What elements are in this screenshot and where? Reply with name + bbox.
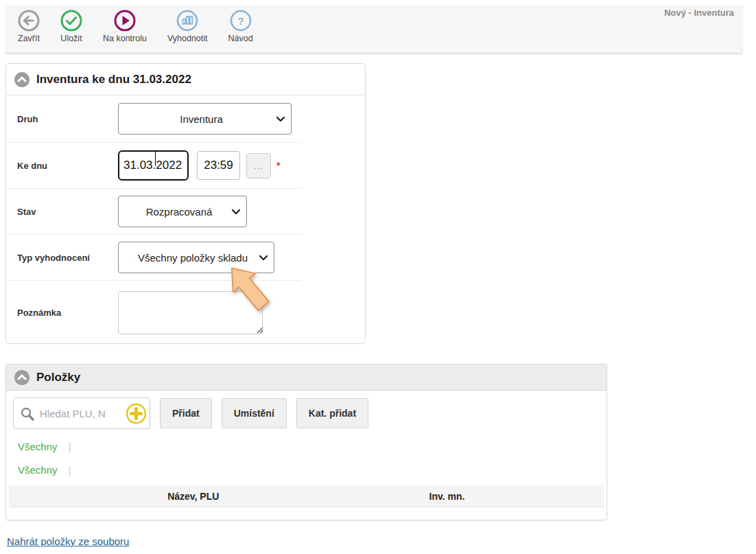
date-input[interactable] bbox=[118, 150, 189, 181]
search-box bbox=[13, 397, 150, 429]
add-search-item-button[interactable] bbox=[126, 403, 147, 424]
chevron-down-icon bbox=[231, 209, 241, 215]
question-icon: ? bbox=[230, 10, 252, 32]
filter-separator: | bbox=[69, 464, 71, 476]
toolbar-label-guide: Návod bbox=[228, 34, 253, 43]
form-row-druh: Druh Inventura bbox=[6, 95, 301, 143]
location-button[interactable]: Umístění bbox=[222, 398, 287, 428]
items-toolbar: Přidat Umístění Kat. přidat bbox=[13, 397, 606, 429]
search-icon bbox=[20, 406, 35, 424]
time-input[interactable] bbox=[197, 151, 240, 180]
toolbar-label-save: Uložit bbox=[60, 34, 82, 43]
category-add-button[interactable]: Kat. přidat bbox=[296, 398, 368, 428]
form-row-ke-dnu: Ke dnu ... * bbox=[6, 143, 301, 189]
date-picker-button[interactable]: ... bbox=[246, 153, 271, 178]
required-asterisk: * bbox=[276, 160, 280, 171]
toolbar-button-evaluate[interactable]: Vyhodnotit bbox=[167, 10, 208, 43]
plus-icon bbox=[126, 403, 147, 424]
svg-text:?: ? bbox=[237, 15, 244, 27]
inventory-form: Druh Inventura Ke dnu ... * Stav Rozprac… bbox=[6, 95, 365, 345]
items-panel-title: Položky bbox=[36, 371, 80, 384]
stav-label: Stav bbox=[17, 207, 118, 217]
toolbar-label-evaluate: Vyhodnotit bbox=[167, 34, 208, 43]
items-table-header: Název, PLU Inv. mn. bbox=[9, 485, 604, 507]
collapse-up-icon[interactable] bbox=[14, 370, 29, 385]
inventory-panel-title: Inventura ke dnu 31.03.2022 bbox=[36, 73, 191, 86]
filter-row-1: Všechny | bbox=[18, 441, 606, 452]
typ-label: Typ vyhodnocení bbox=[17, 253, 118, 263]
bar-chart-icon bbox=[176, 10, 198, 32]
page-context-label: Nový - Inventura bbox=[664, 8, 734, 18]
poznamka-textarea[interactable] bbox=[118, 291, 263, 334]
toolbar-button-guide[interactable]: ? Návod bbox=[228, 10, 253, 43]
filter-all-link-1[interactable]: Všechny bbox=[18, 441, 58, 452]
check-icon bbox=[60, 10, 82, 32]
collapse-up-icon[interactable] bbox=[14, 72, 29, 87]
typ-select-value: Všechny položky skladu bbox=[132, 252, 260, 264]
inventory-panel-header[interactable]: Inventura ke dnu 31.03.2022 bbox=[6, 64, 365, 95]
toolbar-button-check[interactable]: Na kontrolu bbox=[103, 10, 147, 43]
toolbar-label-close: Zavřít bbox=[18, 34, 40, 43]
druh-label: Druh bbox=[17, 114, 118, 124]
druh-select[interactable]: Inventura bbox=[118, 103, 292, 135]
form-row-poznamka: Poznámka bbox=[6, 281, 301, 345]
inventory-panel: Inventura ke dnu 31.03.2022 Druh Inventu… bbox=[5, 63, 366, 344]
chevron-down-icon bbox=[276, 116, 285, 122]
text-caret bbox=[155, 151, 156, 166]
back-arrow-icon bbox=[18, 10, 40, 32]
upload-items-link[interactable]: Nahrát položky ze souboru bbox=[7, 535, 129, 547]
play-icon bbox=[114, 10, 136, 32]
items-panel: Položky Přidat bbox=[5, 364, 607, 520]
ke-dnu-label: Ke dnu bbox=[17, 161, 118, 171]
form-row-typ: Typ vyhodnocení Všechny položky skladu bbox=[6, 235, 301, 281]
toolbar-button-save[interactable]: Uložit bbox=[60, 10, 82, 43]
toolbar-button-close[interactable]: Zavřít bbox=[18, 10, 40, 43]
filter-row-2: Všechny | bbox=[18, 464, 606, 476]
add-button[interactable]: Přidat bbox=[160, 398, 212, 428]
poznamka-label: Poznámka bbox=[17, 308, 118, 318]
filter-all-link-2[interactable]: Všechny bbox=[18, 464, 58, 476]
stav-select-value: Rozpracovaná bbox=[141, 206, 225, 218]
filter-separator: | bbox=[69, 441, 71, 452]
column-header-name-plu: Název, PLU bbox=[9, 491, 378, 502]
page: Zavřít Uložit Na kontrolu bbox=[0, 0, 756, 554]
items-panel-header[interactable]: Položky bbox=[6, 365, 606, 391]
druh-select-value: Inventura bbox=[174, 113, 235, 125]
chevron-down-icon bbox=[259, 255, 268, 261]
form-row-stav: Stav Rozpracovaná bbox=[6, 189, 301, 235]
stav-select[interactable]: Rozpracovaná bbox=[118, 196, 247, 227]
toolbar-label-check: Na kontrolu bbox=[103, 34, 147, 43]
typ-vyhodnoceni-select[interactable]: Všechny položky skladu bbox=[118, 242, 274, 273]
column-header-inv-qty: Inv. mn. bbox=[378, 491, 604, 502]
toolbar: Zavřít Uložit Na kontrolu bbox=[5, 5, 742, 54]
